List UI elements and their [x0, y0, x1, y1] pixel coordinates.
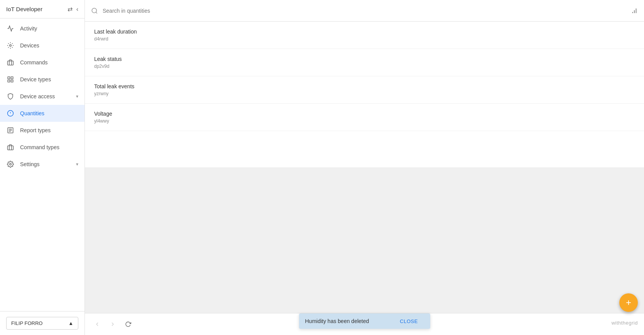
quantity-item[interactable]: Leak status dp2v9d [85, 49, 644, 76]
sidebar-item-settings-label: Settings [20, 161, 71, 167]
sidebar-item-device-access-label: Device access [20, 93, 71, 99]
svg-rect-3 [11, 77, 13, 79]
quantity-item[interactable]: Voltage yl4wwy [85, 104, 644, 131]
app-title: IoT Developer [6, 6, 42, 12]
sidebar-header-icons: ⇄ ‹ [68, 5, 78, 13]
quantity-name: Leak status [94, 56, 635, 62]
main-content: Last leak duration d4rwrd Leak status dp… [85, 0, 644, 335]
sidebar-item-commands[interactable]: Commands [0, 54, 85, 71]
quantity-id: yzrwny [94, 91, 635, 96]
quantities-list: Last leak duration d4rwrd Leak status dp… [85, 22, 644, 167]
sidebar-item-commands-label: Commands [20, 59, 78, 66]
svg-rect-2 [8, 77, 10, 79]
quantity-id: yl4wwy [94, 118, 635, 124]
user-name: FILIP FORRO [11, 320, 42, 326]
sidebar-item-activity-label: Activity [20, 25, 78, 32]
snackbar-message: Humidity has been deleted [305, 318, 369, 324]
prev-page-button[interactable] [91, 318, 103, 330]
sidebar-item-device-types-label: Device types [20, 76, 78, 82]
settings-chevron-icon: ▾ [76, 162, 78, 167]
settings-icon [6, 160, 15, 168]
snackbar: Humidity has been deleted CLOSE [299, 313, 430, 329]
sidebar-item-command-types[interactable]: Command types [0, 139, 85, 156]
transfer-icon[interactable]: ⇄ [68, 5, 73, 13]
device-access-icon [6, 92, 15, 101]
main-wrapper: Last leak duration d4rwrd Leak status dp… [85, 0, 644, 335]
snackbar-close-button[interactable]: CLOSE [400, 318, 418, 324]
sidebar: IoT Developer ⇄ ‹ Activity Devices Comma… [0, 0, 85, 335]
command-types-icon [6, 143, 15, 152]
svg-point-0 [10, 45, 12, 47]
quantity-name: Total leak events [94, 83, 635, 89]
svg-rect-1 [8, 61, 14, 65]
commands-icon [6, 58, 15, 67]
search-bar [85, 0, 644, 22]
quantity-id: d4rwrd [94, 36, 635, 42]
next-page-button[interactable] [106, 318, 119, 330]
collapse-icon[interactable]: ‹ [76, 6, 78, 13]
fab-button[interactable]: + [619, 293, 638, 312]
refresh-button[interactable] [122, 318, 134, 330]
sidebar-header: IoT Developer ⇄ ‹ [0, 0, 85, 19]
quantity-name: Voltage [94, 111, 635, 117]
sidebar-item-quantities-label: Quantities [20, 110, 78, 116]
sidebar-footer: FILIP FORRO ▲ [0, 311, 85, 335]
sidebar-item-activity[interactable]: Activity [0, 20, 85, 37]
sort-icon[interactable] [631, 7, 638, 14]
user-button[interactable]: FILIP FORRO ▲ [6, 317, 78, 330]
fab-plus-icon: + [626, 297, 631, 308]
quantity-name: Last leak duration [94, 29, 635, 35]
sidebar-item-report-types-label: Report types [20, 127, 78, 133]
svg-rect-4 [11, 80, 13, 82]
sidebar-nav: Activity Devices Commands Device types [0, 19, 85, 311]
user-chevron-icon: ▲ [68, 320, 73, 326]
sidebar-item-settings[interactable]: Settings ▾ [0, 156, 85, 173]
sidebar-item-report-types[interactable]: Report types [0, 122, 85, 139]
activity-icon [6, 24, 15, 33]
devices-icon [6, 41, 15, 50]
sidebar-item-devices[interactable]: Devices [0, 37, 85, 54]
report-types-icon [6, 126, 15, 135]
brand-watermark: withthegrid [612, 320, 638, 326]
svg-point-14 [10, 163, 12, 165]
search-input[interactable] [103, 8, 626, 14]
quantity-id: dp2v9d [94, 64, 635, 69]
device-types-icon [6, 75, 15, 84]
quantity-item[interactable]: Total leak events yzrwny [85, 76, 644, 104]
svg-point-15 [92, 8, 96, 13]
device-access-chevron-icon: ▾ [76, 94, 78, 99]
quantity-item[interactable]: Last leak duration d4rwrd [85, 22, 644, 49]
sidebar-item-device-access[interactable]: Device access ▾ [0, 88, 85, 105]
svg-rect-5 [8, 80, 10, 82]
sidebar-item-quantities[interactable]: Quantities [0, 105, 85, 122]
quantities-icon [6, 109, 15, 118]
svg-line-16 [96, 12, 97, 13]
sidebar-item-command-types-label: Command types [20, 144, 78, 150]
sidebar-item-device-types[interactable]: Device types [0, 71, 85, 88]
empty-area [85, 167, 644, 313]
sidebar-item-devices-label: Devices [20, 42, 78, 49]
svg-rect-13 [8, 146, 14, 150]
search-icon [91, 7, 98, 14]
